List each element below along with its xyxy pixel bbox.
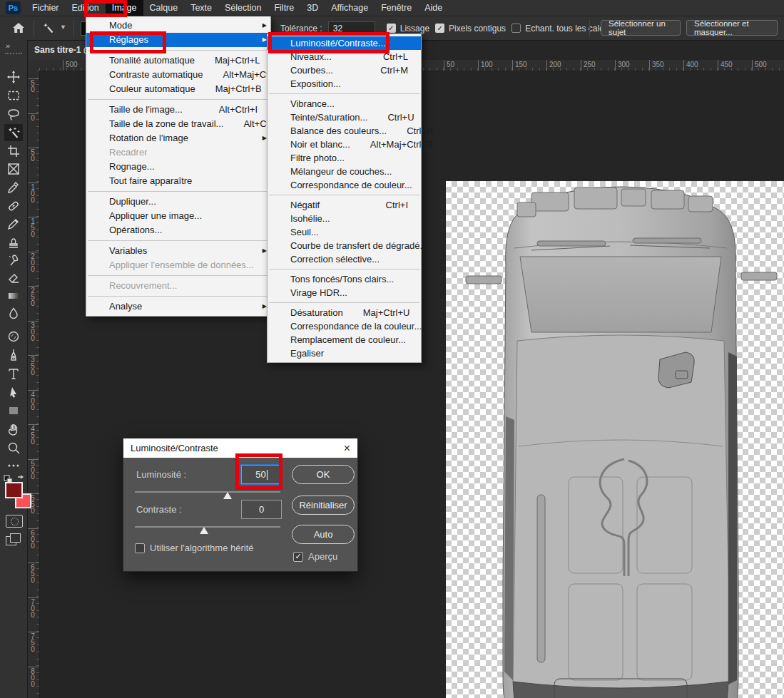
menu-item-isoh-lie[interactable]: Isohélie... <box>268 212 421 225</box>
ok-button[interactable]: OK <box>292 465 355 484</box>
menu-item-recouvrement[interactable]: Recouvrement... <box>86 279 270 293</box>
eraser-tool-icon[interactable] <box>4 270 23 287</box>
document-canvas[interactable] <box>446 181 784 698</box>
menu-item-filtre-photo[interactable]: Filtre photo... <box>268 151 421 165</box>
collapse-panel-icon[interactable]: » <box>6 41 11 50</box>
menu-item-op-rations[interactable]: Opérations... <box>86 223 270 237</box>
menu-item-taille-de-la-zone-de-travail[interactable]: Taille de la zone de travail...Alt+Ctrl+… <box>86 117 270 131</box>
menu-item-d-saturation[interactable]: DésaturationMaj+Ctrl+U <box>268 306 421 319</box>
menubar-item-fichier[interactable]: Fichier <box>26 0 66 16</box>
pencil-tool-icon[interactable] <box>4 215 23 232</box>
menu-item-recadrer[interactable]: Recadrer <box>86 145 270 160</box>
menubar-item-aide[interactable]: Aide <box>418 0 449 16</box>
checkbox-box[interactable]: ✓ <box>435 24 444 33</box>
menu-item-tout-faire-appara-tre[interactable]: Tout faire apparaître <box>86 174 270 188</box>
menu-item-seuil[interactable]: Seuil... <box>268 225 421 239</box>
path-selection-tool-icon[interactable] <box>4 384 23 401</box>
edit-toolbar-icon[interactable] <box>4 457 23 474</box>
menu-item-tonalit-automatique[interactable]: Tonalité automatiqueMaj+Ctrl+L <box>86 53 270 68</box>
menu-item-m-langeur-de-couches[interactable]: Mélangeur de couches... <box>268 165 421 178</box>
menu-item-noir-et-blanc[interactable]: Noir et blanc...Alt+Maj+Ctrl+B <box>268 138 421 151</box>
menu-item-correspondance-de-couleur[interactable]: Correspondance de couleur... <box>268 178 421 192</box>
screen-mode-icon[interactable] <box>6 533 21 546</box>
menu-item-tons-fonc-s-tons-clairs[interactable]: Tons foncés/Tons clairs... <box>268 272 421 286</box>
frame-tool-icon[interactable] <box>4 160 23 178</box>
menu-item-variables[interactable]: Variables▶ <box>86 244 270 258</box>
chevron-down-icon[interactable]: ▼ <box>60 24 66 31</box>
menu-item-appliquer-l-ensemble-de-donn-es[interactable]: Appliquer l'ensemble de données... <box>86 258 270 272</box>
magic-wand-preset-icon[interactable] <box>41 21 56 38</box>
menu-item-courbes[interactable]: Courbes...Ctrl+M <box>268 63 421 77</box>
home-icon[interactable] <box>11 21 26 38</box>
eyedropper-tool-icon[interactable] <box>4 179 23 196</box>
dodge-tool-icon[interactable] <box>4 328 23 345</box>
menu-item-dupliquer[interactable]: Dupliquer... <box>86 195 270 209</box>
menubar-item-3d[interactable]: 3D <box>300 0 325 16</box>
select-and-mask-button[interactable]: Sélectionner et masquer... <box>686 20 778 36</box>
option-checkbox-pixels-contigus[interactable]: ✓Pixels contigus <box>435 24 506 34</box>
type-tool-icon[interactable] <box>4 365 23 382</box>
ruler-label: 200 <box>27 252 39 272</box>
menu-item-shortcut: Ctrl+M <box>380 63 408 77</box>
contrast-input[interactable]: 0 <box>241 500 282 519</box>
legacy-algorithm-checkbox[interactable]: Utiliser l'algorithme hérité <box>135 543 254 553</box>
zoom-tool-icon[interactable] <box>4 439 23 456</box>
menu-item-rognage[interactable]: Rognage... <box>86 160 270 174</box>
menu-item-remplacement-de-couleur[interactable]: Remplacement de couleur... <box>268 333 421 347</box>
select-subject-button[interactable]: Sélectionner un sujet <box>601 20 681 36</box>
magic-wand-tool-icon[interactable] <box>4 124 23 141</box>
pen-tool-icon[interactable] <box>4 347 23 364</box>
preview-checkbox[interactable]: ✓ Aperçu <box>293 551 337 562</box>
reset-button[interactable]: Réinitialiser <box>292 496 355 515</box>
lasso-tool-icon[interactable] <box>4 106 23 123</box>
menu-item-taille-de-l-image[interactable]: Taille de l'image...Alt+Ctrl+I <box>86 103 270 117</box>
menu-item-balance-des-couleurs[interactable]: Balance des couleurs...Ctrl+B <box>268 124 421 138</box>
menu-item-correspondance-de-la-couleur[interactable]: Correspondance de la couleur... <box>268 319 421 333</box>
checkbox-box[interactable] <box>135 543 145 553</box>
auto-button[interactable]: Auto <box>292 525 355 544</box>
menu-item-shortcut: Ctrl+B <box>407 124 432 138</box>
menubar-item-affichage[interactable]: Affichage <box>325 0 375 16</box>
menu-item-contraste-automatique[interactable]: Contraste automatiqueAlt+Maj+Ctrl+L <box>86 68 270 82</box>
menu-item-analyse[interactable]: Analyse▶ <box>86 299 270 314</box>
brightness-slider-thumb[interactable] <box>223 492 232 499</box>
menu-item-teinte-saturation[interactable]: Teinte/Saturation...Ctrl+U <box>268 111 421 124</box>
hand-tool-icon[interactable] <box>4 421 23 438</box>
clone-stamp-tool-icon[interactable] <box>4 234 23 251</box>
rectangular-marquee-tool-icon[interactable] <box>4 87 23 104</box>
checkbox-box[interactable] <box>511 24 521 33</box>
menu-item-courbe-de-transfert-de-d-grad[interactable]: Courbe de transfert de dégradé... <box>268 239 421 252</box>
blur-tool-icon[interactable] <box>4 305 23 322</box>
gradient-tool-icon[interactable] <box>4 287 23 304</box>
ruler-corner[interactable] <box>27 60 40 71</box>
menu-item-appliquer-une-image[interactable]: Appliquer une image... <box>86 209 270 223</box>
brightness-slider-track[interactable] <box>135 491 280 493</box>
menu-item-correction-s-lective[interactable]: Correction sélective... <box>268 252 421 266</box>
menubar-item-texte[interactable]: Texte <box>184 0 218 16</box>
menu-item-vibrance[interactable]: Vibrance... <box>268 97 421 111</box>
crop-tool-icon[interactable] <box>4 143 23 160</box>
close-icon[interactable]: × <box>344 438 350 458</box>
vertical-ruler[interactable]: 5005010015020025030035040045050055060065… <box>27 71 40 698</box>
menu-item-egaliser[interactable]: Egaliser <box>268 347 421 360</box>
checkbox-box[interactable]: ✓ <box>293 552 303 562</box>
contrast-slider-thumb[interactable] <box>200 527 208 534</box>
quick-mask-mode-icon[interactable] <box>6 515 23 528</box>
rectangle-tool-icon[interactable] <box>4 402 23 419</box>
healing-brush-tool-icon[interactable] <box>4 197 23 215</box>
menubar-item-sélection[interactable]: Sélection <box>218 0 268 16</box>
menubar-item-filtre[interactable]: Filtre <box>268 0 300 16</box>
menu-item-n-gatif[interactable]: NégatifCtrl+I <box>268 198 421 212</box>
menubar-item-calque[interactable]: Calque <box>143 0 185 16</box>
menu-item-couleur-automatique[interactable]: Couleur automatiqueMaj+Ctrl+B <box>86 82 270 96</box>
menu-item-rotation-de-l-image[interactable]: Rotation de l'image▶ <box>86 131 270 145</box>
option-checkbox-lissage[interactable]: ✓Lissage <box>387 24 429 34</box>
menubar-item-fenêtre[interactable]: Fenêtre <box>375 0 418 16</box>
foreground-color-swatch[interactable] <box>5 482 23 498</box>
panel-grip-handle[interactable] <box>5 53 22 56</box>
history-brush-tool-icon[interactable] <box>4 252 23 269</box>
menu-item-exposition[interactable]: Exposition... <box>268 77 421 91</box>
menu-item-mode[interactable]: Mode▶ <box>86 19 270 33</box>
move-tool-icon[interactable] <box>4 68 23 86</box>
menu-item-virage-hdr[interactable]: Virage HDR... <box>268 286 421 299</box>
